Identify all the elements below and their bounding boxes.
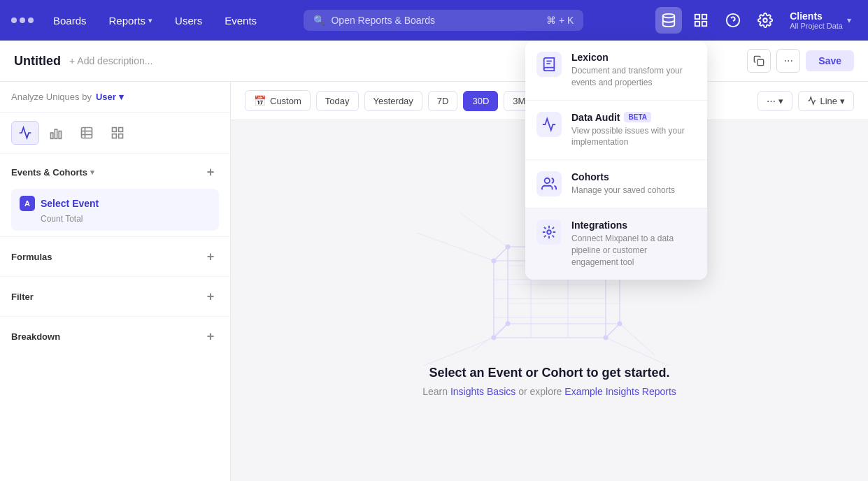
svg-point-49 [618,322,622,326]
svg-line-42 [620,324,655,355]
7d-btn[interactable]: 7D [428,91,458,111]
nav-settings-icon-btn[interactable] [752,7,778,34]
nav-boards[interactable]: Boards [45,10,95,31]
add-breakdown-button[interactable]: + [202,328,219,345]
analyze-row: Analyze Uniques by User ▾ [0,82,230,113]
svg-point-47 [506,245,510,249]
svg-rect-17 [119,128,123,132]
svg-point-43 [492,259,496,263]
insights-basics-link[interactable]: Insights Basics [450,386,515,397]
empty-main-text: Select an Event or Cohort to get started… [429,366,669,380]
sidebar: Analyze Uniques by User ▾ [0,82,231,481]
svg-point-53 [545,178,550,183]
svg-rect-4 [702,22,706,26]
svg-point-50 [506,322,510,326]
cohorts-icon [536,171,562,196]
svg-line-35 [606,338,669,366]
event-name: Select Event [41,198,99,209]
svg-line-57 [544,227,546,229]
menu-item-integrations[interactable]: Integrations Connect Mixpanel to a data … [525,208,707,279]
display-chevron-icon: ▾ [778,96,783,106]
chart-type-bar-btn[interactable] [42,121,70,145]
svg-line-36 [417,233,494,261]
svg-rect-16 [113,128,117,132]
top-navigation: Boards Reports ▾ Users Events 🔍 Open Rep… [0,0,868,41]
nav-users[interactable]: Users [166,10,211,31]
svg-rect-18 [113,134,117,138]
svg-rect-3 [695,22,699,26]
svg-line-58 [553,236,555,238]
breakdown-section: Breakdown + [0,320,230,353]
30d-btn[interactable]: 30D [463,91,498,111]
filter-section: Filter + [0,280,230,313]
page-content: Untitled + Add description... ··· Save A… [0,41,868,481]
events-cohorts-section[interactable]: Events & Cohorts ▾ + [0,154,230,186]
lexicon-title: Lexicon [571,52,696,63]
event-badge: A [20,196,35,211]
calendar-icon: 📅 [254,95,266,106]
integrations-desc: Connect Mixpanel to a data pipeline or c… [571,233,696,268]
section-divider-3 [0,316,230,317]
data-audit-desc: View possible issues with your implement… [571,125,696,149]
svg-line-25 [606,324,620,338]
lexicon-desc: Document and transform your events and p… [571,65,696,89]
copy-icon-btn[interactable] [747,49,771,73]
line-chart-dropdown[interactable]: Line ▾ [798,91,854,111]
beta-badge: BETA [624,112,650,122]
menu-item-cohorts[interactable]: Cohorts Manage your saved cohorts [525,160,707,208]
event-item[interactable]: A Select Event Count Total [11,189,219,231]
global-search[interactable]: 🔍 Open Reports & Boards ⌘ + K [304,10,583,31]
chart-type-row [0,113,230,154]
reports-chevron-icon: ▾ [148,16,152,25]
integrations-title: Integrations [571,220,696,231]
analyze-chevron-icon: ▾ [119,92,124,102]
cohorts-desc: Manage your saved cohorts [571,185,696,196]
section-divider [0,236,230,237]
more-options-icon-btn[interactable]: ··· [776,49,800,73]
add-filter-button[interactable]: + [202,288,219,305]
svg-rect-19 [119,134,123,138]
chart-type-table-btn[interactable] [73,121,101,145]
add-formula-button[interactable]: + [202,248,219,265]
yesterday-btn[interactable]: Yesterday [364,91,422,111]
svg-point-0 [663,14,675,18]
chart-options: ⋯ ▾ Line ▾ [757,91,854,111]
page-title: Untitled [14,54,61,69]
content-area: Analyze Uniques by User ▾ [0,82,868,481]
page-header: Untitled + Add description... ··· Save [0,41,868,82]
menu-item-data-audit[interactable]: Data Audit BETA View possible issues wit… [525,101,707,161]
nav-events[interactable]: Events [216,10,265,31]
svg-rect-1 [695,15,699,19]
svg-point-7 [763,18,767,22]
nav-grid-icon-btn[interactable] [688,7,714,34]
display-options-dropdown[interactable]: ⋯ ▾ [757,91,792,111]
svg-point-45 [492,336,496,340]
svg-point-54 [547,230,551,234]
chart-type-line-btn[interactable] [11,121,39,145]
client-chevron-icon: ▾ [847,15,851,25]
lexicon-icon [536,52,562,77]
add-event-button[interactable]: + [202,164,219,180]
custom-date-btn[interactable]: 📅 Custom [245,90,311,111]
chart-type-grid-btn[interactable] [104,121,131,145]
data-audit-icon [536,112,562,137]
nav-reports[interactable]: Reports ▾ [101,10,162,31]
svg-rect-10 [55,129,57,138]
svg-rect-2 [702,15,706,19]
save-button[interactable]: Save [806,50,854,71]
today-btn[interactable]: Today [316,91,359,111]
svg-point-46 [604,336,608,340]
menu-item-lexicon[interactable]: Lexicon Document and transform your even… [525,41,707,101]
svg-line-22 [494,247,508,261]
nav-right-actions: Clients All Project Data ▾ [655,7,857,34]
client-selector[interactable]: Clients All Project Data ▾ [784,8,857,33]
add-description-input[interactable]: + Add description... [69,55,152,66]
header-actions: ··· Save [747,49,854,73]
formulas-section: Formulas + [0,240,230,273]
analyze-value-selector[interactable]: User ▾ [96,92,124,102]
svg-line-61 [544,236,546,238]
svg-rect-12 [82,128,92,138]
nav-data-icon-btn[interactable] [655,7,682,34]
example-reports-link[interactable]: Example Insights Reports [564,386,676,397]
nav-help-icon-btn[interactable] [720,7,746,34]
